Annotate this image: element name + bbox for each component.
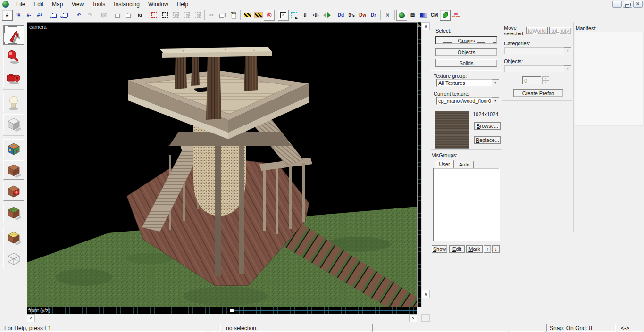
- larger-grid-icon[interactable]: #+: [34, 10, 45, 21]
- current-texture-combo[interactable]: cp_manor/wood_floor0 ▼: [436, 97, 500, 105]
- smaller-grid-icon[interactable]: #-: [24, 10, 34, 21]
- toolbar-group: Ⓡ: [242, 10, 275, 21]
- restore-button[interactable]: [623, 1, 632, 8]
- visgroup-combine-icon[interactable]: [192, 10, 203, 21]
- visgroups-edit-button[interactable]: Edit: [449, 245, 465, 253]
- toggle-3d-grid-icon[interactable]: ³#: [13, 10, 24, 21]
- replace-button[interactable]: Replace...: [474, 136, 501, 144]
- chevron-down-icon[interactable]: ▼: [492, 79, 499, 86]
- selection-tool[interactable]: [3, 25, 24, 45]
- apply-decals-tool[interactable]: [3, 182, 24, 201]
- flip-objects-icon[interactable]: [321, 10, 332, 21]
- clipping-tool[interactable]: [3, 228, 24, 247]
- prefab-count-stepper[interactable]: ▲ ▼: [542, 76, 549, 84]
- texture-application-tool[interactable]: [3, 139, 24, 158]
- magnify-tool[interactable]: [3, 47, 24, 66]
- select-groups-button[interactable]: Groups: [435, 36, 497, 44]
- show-hidden-icon[interactable]: [170, 10, 181, 21]
- vertex-manipulation-tool[interactable]: null: [3, 249, 24, 268]
- toggle-world-helpers-icon[interactable]: Dw: [357, 10, 368, 21]
- close-button[interactable]: [633, 1, 643, 8]
- visgroups-list[interactable]: [433, 168, 500, 241]
- apply-current-texture-tool[interactable]: [3, 160, 24, 180]
- scroll-down-icon[interactable]: ∨: [422, 290, 430, 298]
- texture-group-combo[interactable]: All Textures ▼: [436, 79, 500, 87]
- menu-file[interactable]: File: [12, 0, 29, 8]
- scroll-left-icon[interactable]: <: [27, 314, 35, 322]
- toggle-grid-icon[interactable]: #: [2, 10, 13, 21]
- select-objects-button[interactable]: Objects: [435, 48, 497, 56]
- scroll-right-icon[interactable]: >: [409, 314, 417, 322]
- select-mode-box-icon[interactable]: [278, 10, 289, 21]
- radius-culling-icon[interactable]: Ⓡ: [264, 10, 275, 21]
- toggle-cordon-icon[interactable]: [242, 10, 253, 21]
- to-entity-button[interactable]: toEntity: [549, 27, 571, 34]
- globe-icon[interactable]: [2, 1, 9, 8]
- toggle-detail-icon[interactable]: Dd: [335, 10, 346, 21]
- minimize-button[interactable]: [612, 1, 622, 8]
- create-prefab-button[interactable]: Create Prefab: [513, 89, 563, 97]
- menu-instancing[interactable]: Instancing: [109, 0, 144, 8]
- horizontal-scrollbar[interactable]: < >: [27, 314, 417, 322]
- select-mode-auto-icon[interactable]: [289, 10, 300, 21]
- hide-unselected-icon[interactable]: [159, 10, 170, 21]
- chevron-down-icon[interactable]: ▼: [492, 97, 499, 104]
- menu-tools[interactable]: Tools: [88, 0, 109, 8]
- menu-view[interactable]: View: [67, 0, 88, 8]
- visgroups-tab-auto[interactable]: Auto: [455, 161, 474, 168]
- foliage-preview-icon[interactable]: [440, 10, 451, 21]
- categories-combo[interactable]: ▼: [504, 47, 572, 55]
- color-mode-icon[interactable]: CM: [429, 10, 440, 21]
- scroll-up-icon[interactable]: ∧: [422, 22, 430, 30]
- menu-help[interactable]: Help: [173, 0, 193, 8]
- objects-combo[interactable]: ▼: [504, 65, 572, 73]
- toggle-group-ignore-icon[interactable]: ig: [134, 10, 145, 21]
- spinner-up-icon[interactable]: ▲: [542, 76, 549, 81]
- visgroup-hide-icon[interactable]: [181, 10, 192, 21]
- overlay-tool[interactable]: [3, 203, 24, 222]
- save-window-state-icon[interactable]: S: [59, 10, 70, 21]
- menu-map[interactable]: Map: [48, 0, 67, 8]
- manifest-list[interactable]: [575, 32, 644, 126]
- hide-selected-icon[interactable]: [149, 10, 159, 21]
- camera-tool[interactable]: [3, 68, 24, 87]
- visgroups-tab-user[interactable]: User: [435, 160, 454, 168]
- toggle-ropes-icon[interactable]: Dr: [368, 10, 379, 21]
- edit-cordon-icon[interactable]: [253, 10, 264, 21]
- menu-window[interactable]: Window: [144, 0, 173, 8]
- viewport-2d-sliver[interactable]: to: [417, 22, 421, 307]
- spinner-down-icon[interactable]: ▼: [542, 81, 549, 85]
- copy-icon[interactable]: [217, 10, 228, 21]
- redo-icon[interactable]: ↷: [84, 10, 95, 21]
- visgroups-show-button[interactable]: Show: [432, 245, 447, 253]
- texture-scale-lock-icon[interactable]: ‹tl›: [310, 10, 321, 21]
- paste-icon[interactable]: [228, 10, 239, 21]
- texture-preview-swatch[interactable]: [435, 111, 469, 149]
- ungroup-icon[interactable]: [124, 10, 134, 21]
- move-up-icon[interactable]: ↑: [484, 245, 491, 253]
- move-down-icon[interactable]: ↓: [492, 245, 500, 253]
- to-world-button[interactable]: toWorld: [526, 27, 548, 34]
- select-solids-button[interactable]: Solids: [435, 59, 497, 67]
- visgroups-mark-button[interactable]: Mark: [466, 245, 483, 253]
- entity-tool[interactable]: [3, 93, 24, 112]
- carve-icon[interactable]: [99, 10, 109, 21]
- prefab-count-field[interactable]: 0: [522, 76, 541, 84]
- viewport-front-strip[interactable]: front (y/z): [27, 307, 417, 314]
- toggle-sculpt-icon[interactable]: §: [382, 10, 393, 21]
- fade-distance-preview-icon[interactable]: [418, 10, 429, 21]
- block-tool[interactable]: [3, 114, 24, 133]
- cut-icon[interactable]: ✂: [206, 10, 217, 21]
- browse-button[interactable]: Browse...: [474, 122, 501, 130]
- undo-icon[interactable]: ↶: [74, 10, 84, 21]
- shaded-textures-icon[interactable]: ▤: [407, 10, 418, 21]
- group-icon[interactable]: [113, 10, 124, 21]
- viewport-3d[interactable]: camera: [27, 22, 417, 307]
- apply-nodraw-icon[interactable]: nodraw: [451, 10, 461, 21]
- texture-lock-icon[interactable]: tl: [300, 10, 310, 21]
- model-fade-preview-icon[interactable]: [396, 10, 407, 21]
- load-window-state-icon[interactable]: L: [49, 10, 59, 21]
- vertical-scrollbar[interactable]: ∧ ∨: [421, 22, 430, 307]
- menu-edit[interactable]: Edit: [29, 0, 48, 8]
- toggle-3d-angle-icon[interactable]: 3↘: [346, 10, 357, 21]
